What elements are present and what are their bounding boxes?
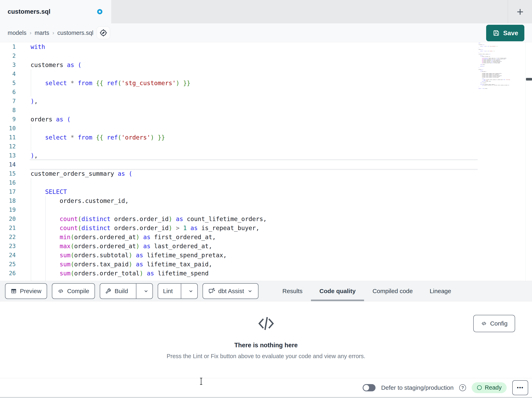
editor-tab-bar: customers.sql + [0,0,532,23]
dbt-assist-button[interactable]: dbt Assist [203,283,259,299]
tab-compiled-code[interactable]: Compiled code [364,281,421,301]
build-label: Build [115,288,128,294]
config-button[interactable]: Config [473,315,515,332]
tab-compiled-code-label: Compiled code [373,288,413,294]
lint-button[interactable]: Lint [158,284,177,299]
defer-label: Defer to staging/production [381,384,454,391]
compile-label: Compile [67,288,89,294]
breadcrumb-item-customers-sql[interactable]: customers.sql [57,30,93,36]
tab-lineage-label: Lineage [430,288,451,294]
scrollbar-track [525,42,526,281]
breadcrumb-separator-icon: › [52,30,54,36]
dbt-assist-label: dbt Assist [218,288,244,294]
tab-code-quality[interactable]: Code quality [311,281,364,301]
empty-state: There is nothing here Press the Lint or … [0,301,532,359]
results-panel: There is nothing here Press the Lint or … [0,301,532,378]
breadcrumb-separator-icon: › [30,30,32,36]
tab-code-quality-label: Code quality [319,288,356,294]
breadcrumb: models › marts › customers.sql [8,23,93,42]
status-bar-right: Defer to staging/production ? Ready ••• [363,378,528,397]
chevron-down-icon [143,288,149,294]
defer-toggle[interactable] [363,384,375,391]
tab-customers-sql[interactable]: customers.sql [0,0,111,23]
empty-state-subtitle: Press the Lint or Fix button above to ev… [0,353,532,359]
breadcrumb-item-models[interactable]: models [8,30,26,36]
minimap-content: withcustomers as ( select * from {{ ref(… [479,43,525,89]
result-tabs: Results Code quality Compiled code Linea… [274,281,460,301]
save-icon [492,29,500,37]
lint-button-group: Lint [158,283,197,299]
more-options-button[interactable]: ••• [512,380,528,395]
preview-label: Preview [20,288,41,294]
chevron-down-icon [247,288,253,294]
build-dropdown-button[interactable] [139,284,152,299]
tab-results[interactable]: Results [274,281,311,301]
ready-circle-icon [477,385,482,390]
compile-button[interactable]: Compile [52,283,95,299]
help-icon[interactable]: ? [459,384,466,391]
tab-results-label: Results [282,288,303,294]
preview-button[interactable]: Preview [5,283,47,299]
status-bar: Defer to staging/production ? Ready ••• [0,378,532,398]
code-icon [481,320,487,326]
lineage-compass-button[interactable] [96,26,110,39]
chevron-down-icon [188,288,194,294]
button-divider [136,284,136,299]
code-content[interactable]: withcustomers as ( select * from {{ ref(… [31,42,267,278]
ready-label: Ready [485,384,502,391]
build-button[interactable]: Build [100,284,133,299]
wrench-icon [105,288,111,294]
build-button-group: Build [100,283,153,299]
tab-bar-divider [508,0,508,23]
line-number-gutter: 1234567891011121314151617181920212223242… [0,42,16,278]
breadcrumb-item-marts[interactable]: marts [35,30,49,36]
button-divider [181,284,181,299]
breadcrumb-row: models › marts › customers.sql Save [0,23,532,42]
tab-title: customers.sql [8,8,51,15]
code-empty-state-icon [254,313,278,333]
action-toolbar: Preview Compile Build [0,281,532,301]
table-icon [11,288,17,294]
assist-chat-icon [208,288,215,294]
status-badge-ready: Ready [472,382,507,393]
config-label: Config [490,320,508,327]
empty-state-title: There is nothing here [0,342,532,349]
save-label: Save [503,29,518,37]
compass-icon [99,29,108,37]
save-button[interactable]: Save [486,25,524,41]
new-tab-button[interactable]: + [512,0,528,23]
unsaved-changes-dot-icon [97,9,102,14]
scrollbar-thumb[interactable] [526,78,532,80]
dbt-ide-window: customers.sql + models › marts › custome… [0,0,532,398]
lint-label: Lint [163,288,173,294]
code-icon [57,288,64,294]
toolbar-button-row: Preview Compile Build [5,283,259,299]
toggle-knob [363,385,369,391]
code-editor[interactable]: 1234567891011121314151617181920212223242… [0,42,532,281]
minimap[interactable]: withcustomers as ( select * from {{ ref(… [479,43,525,123]
tab-lineage[interactable]: Lineage [421,281,460,301]
lint-dropdown-button[interactable] [184,284,197,299]
